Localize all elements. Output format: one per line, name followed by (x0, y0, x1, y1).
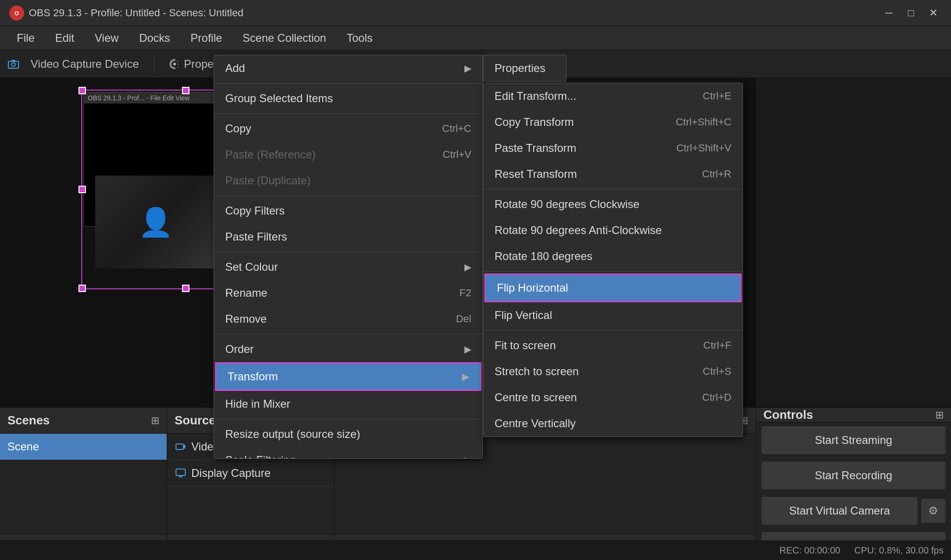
cm-transform-sep-1 (483, 189, 743, 189)
cm-rotate-cw[interactable]: Rotate 90 degrees Clockwise (483, 191, 743, 217)
cm-sep-1 (214, 83, 482, 84)
cm-arrow-order: ▶ (464, 344, 471, 355)
cm-copy[interactable]: Copy Ctrl+C (214, 116, 482, 142)
controls-title: Controls (763, 408, 813, 422)
handle-bottom-middle[interactable] (182, 285, 189, 292)
virtual-camera-row: Start Virtual Camera ⚙ (762, 497, 945, 525)
scenes-title: Scenes (7, 413, 50, 428)
start-virtual-camera-button[interactable]: Start Virtual Camera (762, 497, 918, 525)
source-camera-icon (7, 58, 20, 70)
cm-order[interactable]: Order ▶ (214, 336, 482, 362)
camera-icon (175, 441, 187, 453)
cm-paste-dup: Paste (Duplicate) (214, 168, 482, 194)
cm-flip-horizontal[interactable]: Flip Horizontal (486, 275, 740, 301)
cm-remove[interactable]: Remove Del (214, 306, 482, 332)
flip-horizontal-highlight-box: Flip Horizontal (484, 273, 742, 302)
virtual-camera-settings-button[interactable]: ⚙ (921, 499, 945, 523)
display-icon (175, 467, 187, 479)
handle-bottom-left[interactable] (78, 285, 86, 292)
cm-flip-vertical[interactable]: Flip Vertical (483, 302, 743, 328)
cm-group-selected[interactable]: Group Selected Items (214, 85, 482, 111)
cm-paste-ref: Paste (Reference) Ctrl+V (214, 142, 482, 168)
cm-sep-5 (214, 334, 482, 334)
svg-point-5 (173, 63, 176, 65)
cm-paste-filters[interactable]: Paste Filters (214, 224, 482, 250)
cm-copy-transform[interactable]: Copy Transform Ctrl+Shift+C (483, 109, 743, 135)
cm-rotate-180[interactable]: Rotate 180 degrees (483, 243, 743, 269)
minimize-button[interactable]: ─ (880, 5, 897, 21)
scene-item[interactable]: Scene (0, 434, 167, 460)
window-controls: ─ □ ✕ (880, 5, 942, 21)
menu-profile[interactable]: Profile (181, 28, 231, 48)
svg-rect-11 (176, 469, 185, 475)
svg-rect-9 (176, 444, 183, 449)
cm-paste-transform[interactable]: Paste Transform Ctrl+Shift+V (483, 135, 743, 161)
cm-transform-sep-3 (483, 330, 743, 331)
cm-rename[interactable]: Rename F2 (214, 280, 482, 306)
menu-view[interactable]: View (85, 28, 128, 48)
cm-transform[interactable]: Transform ▶ (216, 364, 480, 390)
menu-docks[interactable]: Docks (130, 28, 180, 48)
maximize-button[interactable]: □ (903, 5, 919, 21)
menu-edit[interactable]: Edit (46, 28, 84, 48)
cm-arrow-add: ▶ (464, 63, 471, 74)
cm-properties[interactable]: Properties (483, 55, 566, 81)
cm-fit-to-screen[interactable]: Fit to screen Ctrl+F (483, 332, 743, 358)
cm-sep-2 (214, 113, 482, 114)
svg-point-3 (12, 63, 15, 66)
cm-transform-sep-2 (483, 271, 743, 272)
statusbar: REC: 00:00:00 CPU: 0.8%, 30.00 fps (0, 540, 951, 560)
source-display-capture-label: Display Capture (191, 467, 271, 480)
start-recording-button[interactable]: Start Recording (762, 462, 945, 489)
cm-rotate-ccw[interactable]: Rotate 90 degrees Anti-Clockwise (483, 217, 743, 243)
cm-sep-6 (214, 419, 482, 419)
start-streaming-button[interactable]: Start Streaming (762, 426, 945, 454)
webcam-preview: 👤 (95, 176, 214, 266)
menu-scene-collection[interactable]: Scene Collection (233, 28, 335, 48)
scenes-panel-header: Scenes ⊞ (0, 408, 167, 434)
cm-set-colour[interactable]: Set Colour ▶ (214, 254, 482, 280)
rec-status: REC: 00:00:00 (779, 545, 840, 556)
menu-file[interactable]: File (7, 28, 44, 48)
cm-hide-mixer[interactable]: Hide in Mixer (214, 391, 482, 417)
cm-sep-3 (214, 195, 482, 196)
svg-rect-4 (12, 60, 15, 62)
cm-arrow-colour: ▶ (464, 261, 471, 273)
transform-highlight-box: Transform ▶ (215, 362, 482, 391)
menu-tools[interactable]: Tools (337, 28, 382, 48)
controls-panel: Controls ⊞ Start Streaming Start Recordi… (756, 408, 951, 560)
scenes-panel: Scenes ⊞ Scene ＋ 🗑 ⊡ ▲ ▼ (0, 408, 167, 560)
cm-copy-filters[interactable]: Copy Filters (214, 198, 482, 224)
cm-scale-filtering[interactable]: Scale Filtering ▶ (214, 447, 482, 459)
menubar: File Edit View Docks Profile Scene Colle… (0, 26, 951, 50)
app-icon: O (9, 6, 24, 20)
video-capture-label: Video Capture Device (31, 58, 139, 71)
context-menu-transform: Edit Transform... Ctrl+E Copy Transform … (483, 83, 743, 437)
cm-reset-transform[interactable]: Reset Transform Ctrl+R (483, 161, 743, 187)
properties-submenu: Properties (483, 55, 567, 82)
cpu-status: CPU: 0.8%, 30.00 fps (854, 545, 944, 556)
cm-stretch-to-screen[interactable]: Stretch to screen Ctrl+S (483, 358, 743, 384)
webcam-image: 👤 (95, 176, 216, 268)
cm-centre-to-screen[interactable]: Centre to screen Ctrl+D (483, 384, 743, 410)
source-display-capture[interactable]: Display Capture (167, 460, 334, 487)
titlebar: O OBS 29.1.3 - Profile: Untitled - Scene… (0, 0, 951, 26)
cm-resize-output[interactable]: Resize output (source size) (214, 421, 482, 447)
cm-edit-transform[interactable]: Edit Transform... Ctrl+E (483, 83, 743, 109)
window-title: OBS 29.1.3 - Profile: Untitled - Scenes:… (29, 7, 880, 19)
controls-header: Controls ⊞ (756, 408, 951, 423)
svg-text:O: O (14, 10, 19, 17)
cm-add[interactable]: Add ▶ (214, 55, 482, 81)
controls-dock-button[interactable]: ⊞ (935, 409, 944, 421)
close-button[interactable]: ✕ (925, 5, 942, 21)
cm-arrow-scale: ▶ (464, 455, 471, 459)
cm-sep-4 (214, 252, 482, 252)
context-menu-primary: Add ▶ Group Selected Items Copy Ctrl+C P… (214, 55, 483, 459)
scenes-list: Scene (0, 434, 167, 534)
cm-centre-vertically[interactable]: Centre Vertically (483, 410, 743, 436)
cm-arrow-transform: ▶ (462, 371, 469, 382)
scenes-dock-button[interactable]: ⊞ (151, 415, 159, 427)
